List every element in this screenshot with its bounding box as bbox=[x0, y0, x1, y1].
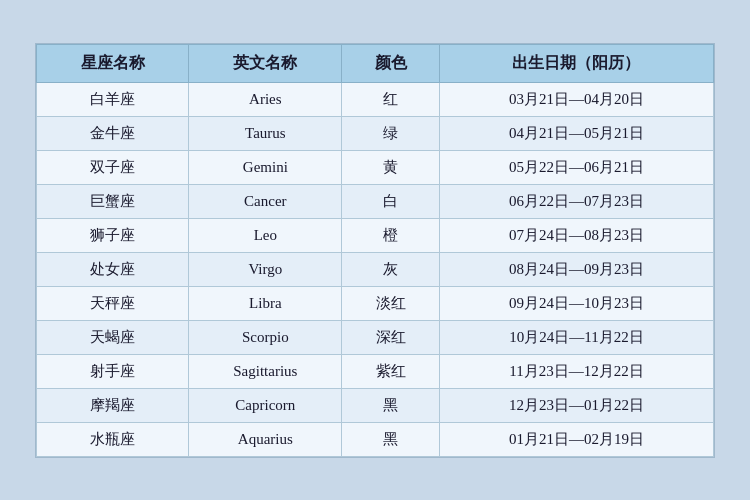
cell-dates: 03月21日—04月20日 bbox=[439, 82, 713, 116]
table-row: 水瓶座Aquarius黑01月21日—02月19日 bbox=[37, 422, 714, 456]
cell-chinese-name: 天蝎座 bbox=[37, 320, 189, 354]
zodiac-table-container: 星座名称 英文名称 颜色 出生日期（阳历） 白羊座Aries红03月21日—04… bbox=[35, 43, 715, 458]
cell-chinese-name: 白羊座 bbox=[37, 82, 189, 116]
table-header-row: 星座名称 英文名称 颜色 出生日期（阳历） bbox=[37, 44, 714, 82]
table-row: 狮子座Leo橙07月24日—08月23日 bbox=[37, 218, 714, 252]
cell-english-name: Gemini bbox=[189, 150, 342, 184]
header-english-name: 英文名称 bbox=[189, 44, 342, 82]
table-row: 射手座Sagittarius紫红11月23日—12月22日 bbox=[37, 354, 714, 388]
table-row: 处女座Virgo灰08月24日—09月23日 bbox=[37, 252, 714, 286]
cell-dates: 01月21日—02月19日 bbox=[439, 422, 713, 456]
table-body: 白羊座Aries红03月21日—04月20日金牛座Taurus绿04月21日—0… bbox=[37, 82, 714, 456]
header-color: 颜色 bbox=[342, 44, 440, 82]
cell-english-name: Libra bbox=[189, 286, 342, 320]
header-dates: 出生日期（阳历） bbox=[439, 44, 713, 82]
cell-english-name: Virgo bbox=[189, 252, 342, 286]
cell-dates: 09月24日—10月23日 bbox=[439, 286, 713, 320]
cell-english-name: Scorpio bbox=[189, 320, 342, 354]
cell-color: 绿 bbox=[342, 116, 440, 150]
cell-chinese-name: 水瓶座 bbox=[37, 422, 189, 456]
cell-dates: 11月23日—12月22日 bbox=[439, 354, 713, 388]
cell-color: 黄 bbox=[342, 150, 440, 184]
cell-english-name: Capricorn bbox=[189, 388, 342, 422]
cell-color: 白 bbox=[342, 184, 440, 218]
cell-english-name: Taurus bbox=[189, 116, 342, 150]
cell-chinese-name: 处女座 bbox=[37, 252, 189, 286]
table-row: 天秤座Libra淡红09月24日—10月23日 bbox=[37, 286, 714, 320]
table-row: 天蝎座Scorpio深红10月24日—11月22日 bbox=[37, 320, 714, 354]
table-row: 白羊座Aries红03月21日—04月20日 bbox=[37, 82, 714, 116]
cell-dates: 05月22日—06月21日 bbox=[439, 150, 713, 184]
cell-english-name: Aries bbox=[189, 82, 342, 116]
cell-dates: 06月22日—07月23日 bbox=[439, 184, 713, 218]
cell-color: 灰 bbox=[342, 252, 440, 286]
cell-color: 淡红 bbox=[342, 286, 440, 320]
cell-color: 黑 bbox=[342, 422, 440, 456]
cell-color: 橙 bbox=[342, 218, 440, 252]
cell-color: 深红 bbox=[342, 320, 440, 354]
cell-english-name: Leo bbox=[189, 218, 342, 252]
cell-english-name: Aquarius bbox=[189, 422, 342, 456]
cell-dates: 04月21日—05月21日 bbox=[439, 116, 713, 150]
cell-color: 黑 bbox=[342, 388, 440, 422]
cell-chinese-name: 金牛座 bbox=[37, 116, 189, 150]
zodiac-table: 星座名称 英文名称 颜色 出生日期（阳历） 白羊座Aries红03月21日—04… bbox=[36, 44, 714, 457]
cell-color: 红 bbox=[342, 82, 440, 116]
cell-chinese-name: 天秤座 bbox=[37, 286, 189, 320]
table-row: 摩羯座Capricorn黑12月23日—01月22日 bbox=[37, 388, 714, 422]
cell-chinese-name: 射手座 bbox=[37, 354, 189, 388]
cell-dates: 08月24日—09月23日 bbox=[439, 252, 713, 286]
table-row: 金牛座Taurus绿04月21日—05月21日 bbox=[37, 116, 714, 150]
cell-chinese-name: 摩羯座 bbox=[37, 388, 189, 422]
cell-dates: 12月23日—01月22日 bbox=[439, 388, 713, 422]
cell-english-name: Sagittarius bbox=[189, 354, 342, 388]
cell-dates: 10月24日—11月22日 bbox=[439, 320, 713, 354]
header-chinese-name: 星座名称 bbox=[37, 44, 189, 82]
table-row: 巨蟹座Cancer白06月22日—07月23日 bbox=[37, 184, 714, 218]
cell-color: 紫红 bbox=[342, 354, 440, 388]
cell-english-name: Cancer bbox=[189, 184, 342, 218]
cell-chinese-name: 巨蟹座 bbox=[37, 184, 189, 218]
cell-chinese-name: 狮子座 bbox=[37, 218, 189, 252]
table-row: 双子座Gemini黄05月22日—06月21日 bbox=[37, 150, 714, 184]
cell-chinese-name: 双子座 bbox=[37, 150, 189, 184]
cell-dates: 07月24日—08月23日 bbox=[439, 218, 713, 252]
